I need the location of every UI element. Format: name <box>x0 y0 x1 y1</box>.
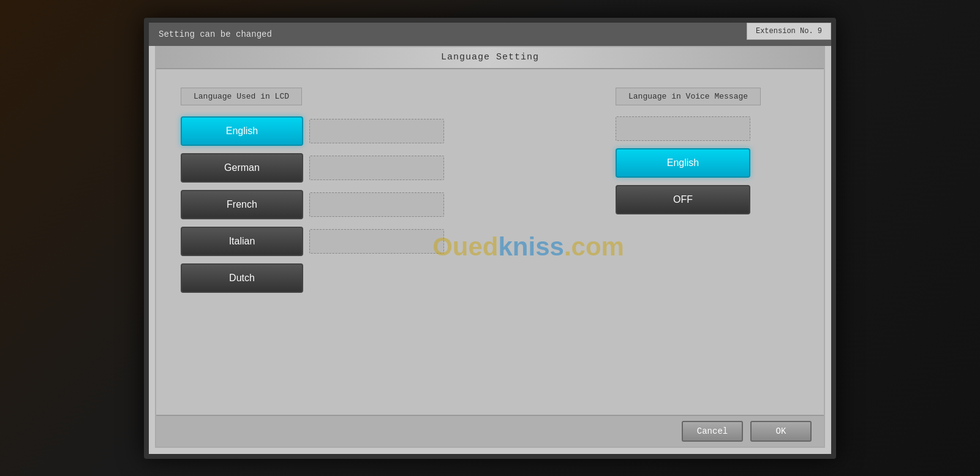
dialog-header: Language Setting <box>156 47 824 69</box>
top-bar-title: Setting can be changed <box>159 29 272 39</box>
dutch-lcd-button[interactable]: Dutch <box>181 263 303 293</box>
off-voice-button[interactable]: OFF <box>616 185 750 214</box>
language-row-french: French <box>181 190 444 219</box>
language-row-english: English <box>181 116 444 146</box>
english-voice-button[interactable]: English <box>616 148 750 178</box>
cancel-button[interactable]: Cancel <box>682 421 743 442</box>
language-row-german: German <box>181 153 444 183</box>
voice-section-label: Language in Voice Message <box>616 88 761 105</box>
voice-empty-input-1 <box>616 116 750 141</box>
extension-tag: Extension No. 9 <box>747 23 831 40</box>
dialog: Language Setting Language Used in LCD En… <box>155 46 825 448</box>
voice-language-column: Language in Voice Message English OFF <box>603 88 799 300</box>
dialog-body: Language Used in LCD English German <box>156 69 824 312</box>
italian-lcd-input <box>309 229 444 254</box>
screen: Extension No. 9 Setting can be changed L… <box>149 23 831 454</box>
language-row-italian: Italian <box>181 227 444 256</box>
monitor-frame: Extension No. 9 Setting can be changed L… <box>144 18 836 459</box>
french-lcd-input <box>309 192 444 217</box>
ok-button[interactable]: OK <box>750 421 812 442</box>
lcd-section-label: Language Used in LCD <box>181 88 302 105</box>
lcd-language-column: Language Used in LCD English German <box>181 88 603 300</box>
dialog-footer: Cancel OK <box>156 415 824 447</box>
top-bar: Setting can be changed <box>149 23 831 46</box>
italian-lcd-button[interactable]: Italian <box>181 227 303 256</box>
french-lcd-button[interactable]: French <box>181 190 303 219</box>
dialog-title: Language Setting <box>441 52 539 62</box>
german-lcd-button[interactable]: German <box>181 153 303 183</box>
english-lcd-button[interactable]: English <box>181 116 303 146</box>
german-lcd-input <box>309 156 444 180</box>
english-lcd-input <box>309 119 444 143</box>
language-row-dutch: Dutch <box>181 263 303 293</box>
